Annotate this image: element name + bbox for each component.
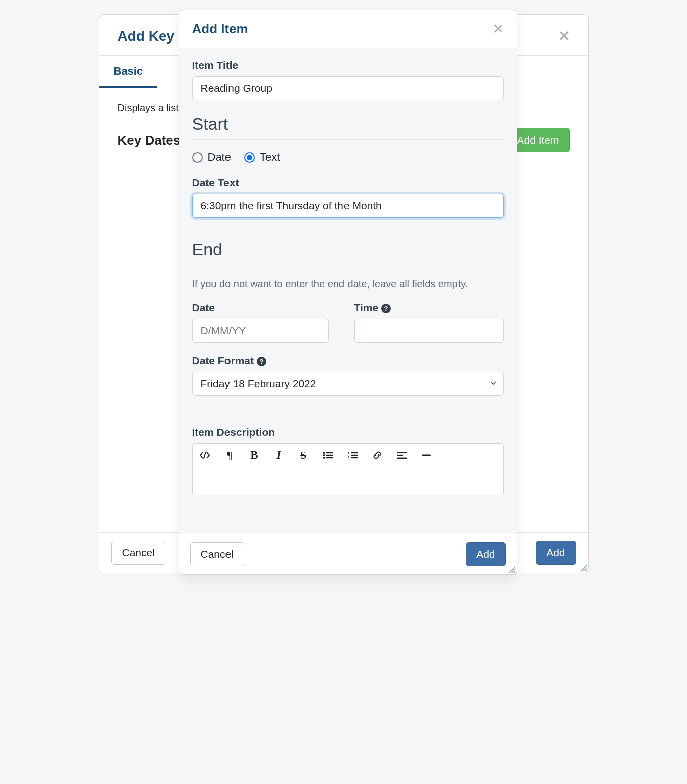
end-helptext: If you do not want to enter the end date… xyxy=(192,278,504,290)
divider xyxy=(192,414,504,414)
date-format-select-wrap: Friday 18 February 2022 xyxy=(192,372,504,396)
end-date-label: Date xyxy=(192,302,329,314)
bold-icon[interactable]: B xyxy=(242,444,267,467)
end-time-label: Time ? xyxy=(354,302,504,314)
background-title: Add Key xyxy=(118,28,175,44)
add-button-bg[interactable]: Add xyxy=(536,541,576,565)
svg-rect-15 xyxy=(422,455,431,456)
date-format-select[interactable]: Friday 18 February 2022 xyxy=(192,372,504,396)
editor-toolbar: ¶ B I S 123 xyxy=(193,444,503,467)
item-title-input[interactable] xyxy=(192,76,504,100)
description-editor: ¶ B I S 123 xyxy=(192,443,504,495)
section-label-key-dates: Key Dates xyxy=(118,133,181,148)
help-icon[interactable]: ? xyxy=(257,357,266,366)
radio-text-option[interactable]: Text xyxy=(244,151,280,164)
radio-icon xyxy=(192,152,203,163)
svg-rect-7 xyxy=(351,452,358,453)
code-icon[interactable] xyxy=(193,444,217,467)
start-type-radios: Date Text xyxy=(192,151,504,164)
add-button[interactable]: Add xyxy=(466,542,505,566)
italic-icon[interactable]: I xyxy=(267,444,291,467)
end-date-input[interactable] xyxy=(192,319,329,343)
item-description-label: Item Description xyxy=(192,426,504,438)
editor-content[interactable] xyxy=(193,467,503,495)
help-icon[interactable]: ? xyxy=(381,304,391,313)
tab-basic[interactable]: Basic xyxy=(99,56,157,88)
end-date-time-row: Date Time ? xyxy=(192,302,504,343)
date-format-label: Date Format ? xyxy=(192,355,504,367)
radio-date-label: Date xyxy=(208,151,231,164)
close-icon[interactable]: ✕ xyxy=(558,28,570,44)
modal-title: Add Item xyxy=(192,21,248,37)
link-icon[interactable] xyxy=(365,444,390,467)
modal-body: Item Title Start Date Text Date Text End… xyxy=(179,48,517,534)
start-heading: Start xyxy=(192,114,504,140)
add-item-modal: Add Item ✕ Item Title Start Date Text Da… xyxy=(179,10,517,575)
svg-rect-13 xyxy=(397,455,403,456)
end-time-col: Time ? xyxy=(354,302,504,343)
svg-rect-11 xyxy=(351,457,358,458)
date-text-label: Date Text xyxy=(192,177,504,189)
modal-header: Add Item ✕ xyxy=(179,10,517,48)
svg-rect-12 xyxy=(397,452,407,453)
svg-point-2 xyxy=(323,454,325,456)
end-time-input[interactable] xyxy=(354,319,504,343)
close-icon[interactable]: ✕ xyxy=(493,21,504,37)
svg-point-4 xyxy=(323,457,325,459)
item-title-label: Item Title xyxy=(192,59,504,71)
background-modal: Add Key ✕ Basic Displays a list Key Date… xyxy=(99,14,589,573)
svg-rect-14 xyxy=(397,458,407,459)
align-icon[interactable] xyxy=(390,444,414,467)
svg-rect-5 xyxy=(326,457,333,458)
end-heading: End xyxy=(192,240,504,265)
end-date-col: Date xyxy=(192,302,329,343)
cancel-button[interactable]: Cancel xyxy=(190,542,244,566)
svg-text:3: 3 xyxy=(348,457,350,459)
radio-icon xyxy=(244,152,255,163)
pilcrow-icon[interactable]: ¶ xyxy=(217,444,242,467)
cancel-button-bg[interactable]: Cancel xyxy=(111,541,165,565)
svg-rect-9 xyxy=(351,455,358,456)
radio-date-option[interactable]: Date xyxy=(192,151,231,164)
svg-rect-3 xyxy=(326,455,333,456)
numbered-list-icon[interactable]: 123 xyxy=(340,444,365,467)
modal-footer: Cancel Add xyxy=(179,534,517,574)
strikethrough-icon[interactable]: S xyxy=(291,444,316,467)
radio-text-label: Text xyxy=(260,151,280,164)
resize-handle-icon[interactable] xyxy=(509,566,516,573)
minus-icon[interactable] xyxy=(414,444,439,467)
svg-rect-1 xyxy=(326,452,333,453)
svg-point-0 xyxy=(323,452,325,454)
bullet-list-icon[interactable] xyxy=(316,444,340,467)
date-text-input[interactable] xyxy=(192,194,504,218)
resize-handle-icon[interactable] xyxy=(580,565,587,572)
